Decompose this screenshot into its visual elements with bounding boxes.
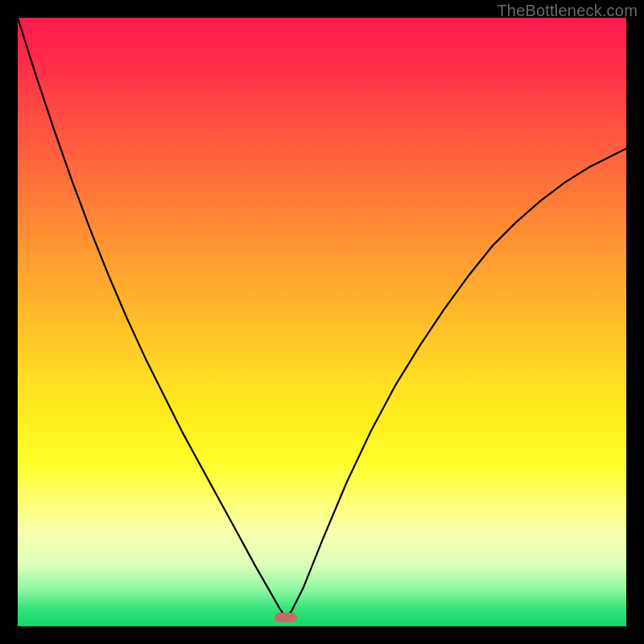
optimum-marker [275, 613, 297, 622]
plot-area [18, 18, 626, 626]
curve-path [18, 18, 626, 617]
chart-frame: TheBottleneck.com [0, 0, 644, 644]
bottleneck-curve [18, 18, 626, 626]
